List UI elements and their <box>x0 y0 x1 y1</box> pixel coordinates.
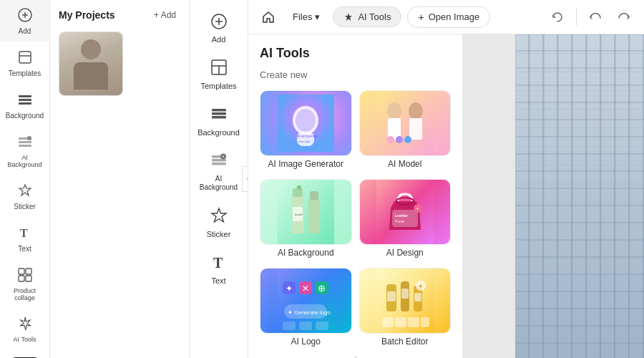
redo-button[interactable] <box>613 6 635 29</box>
svg-text:+: + <box>419 282 423 290</box>
batch-editor-visual: + <box>359 268 452 334</box>
product-collage-icon <box>17 267 33 285</box>
panel-subtitle: Create new <box>260 69 451 80</box>
batch-editor-card[interactable]: + Batch Editor <box>359 268 452 349</box>
collapse-sidebar-button[interactable] <box>242 166 248 192</box>
svg-rect-16 <box>26 276 31 281</box>
ai-tools-header-button[interactable]: AI Tools <box>333 6 401 27</box>
sidebar-ai-bg-label: AIBackground <box>7 154 42 168</box>
second-sidebar-templates[interactable]: Templates <box>190 51 248 97</box>
refresh-icon <box>551 11 564 24</box>
open-image-label: Open Image <box>429 11 480 22</box>
ai-tools-header-icon <box>343 12 353 22</box>
ai-model-card[interactable]: AI Model <box>359 90 452 172</box>
batch-editor-thumbnail: + <box>360 268 451 333</box>
second-sidebar-text[interactable]: T Text <box>190 246 248 292</box>
svg-point-38 <box>387 102 401 120</box>
second-sidebar-sticker[interactable]: Sticker <box>190 199 248 246</box>
svg-text:T: T <box>20 227 28 239</box>
ai-design-visual: Leather Purse + <box>359 179 452 245</box>
svg-rect-37 <box>376 91 434 155</box>
sidebar-item-background[interactable]: Background <box>0 84 49 127</box>
refresh-button[interactable] <box>546 6 569 29</box>
ai-image-generator-thumbnail: AI-enhanced new style <box>260 91 351 155</box>
add-project-label: + Add <box>154 10 176 20</box>
sidebar-item-sticker[interactable]: Sticker <box>0 175 49 218</box>
sidebar-item-upload[interactable]: Upload <box>0 350 49 358</box>
ai-image-generator-label: AI Image Generator <box>260 156 352 172</box>
second-background-label: Background <box>197 128 240 137</box>
canvas-area <box>463 34 644 358</box>
svg-rect-7 <box>19 102 31 105</box>
svg-text:Purse: Purse <box>395 219 404 223</box>
svg-point-11 <box>27 136 31 140</box>
sidebar-product-label: Productcollage <box>14 287 36 301</box>
second-sidebar: Add Templates Background <box>190 0 248 358</box>
second-sidebar-background[interactable]: Background <box>190 97 248 144</box>
svg-text:Leather: Leather <box>395 213 408 218</box>
svg-text:AI-enhanced: AI-enhanced <box>297 134 318 138</box>
svg-text:✕: ✕ <box>302 284 309 294</box>
left-sidebar: Add Templates Background <box>0 0 50 358</box>
building-image <box>515 34 644 358</box>
second-sidebar-add[interactable]: Add <box>190 6 248 51</box>
svg-rect-14 <box>26 268 31 274</box>
batch-editor-label: Batch Editor <box>359 334 452 349</box>
svg-rect-77 <box>401 289 409 299</box>
sidebar-item-product-collage[interactable]: Productcollage <box>0 260 49 309</box>
svg-rect-83 <box>408 317 419 327</box>
svg-rect-45 <box>277 180 334 244</box>
ai-background-label: AI Background <box>260 245 352 261</box>
batch-svg: + <box>376 268 434 333</box>
home-button[interactable] <box>257 6 280 29</box>
sticker-icon <box>17 183 33 200</box>
svg-text:✦ Generate logo: ✦ Generate logo <box>288 309 331 316</box>
text-icon: T <box>17 225 33 243</box>
templates-icon <box>17 49 33 67</box>
redo-icon <box>618 11 630 24</box>
top-header: Files ▾ AI Tools + Open Image <box>248 0 644 34</box>
sidebar-item-ai-tools[interactable]: AI Tools <box>0 309 49 350</box>
svg-text:+: + <box>416 205 419 212</box>
header-actions <box>546 6 635 29</box>
ai-design-card[interactable]: Leather Purse + AI Design <box>359 179 452 261</box>
sidebar-item-text[interactable]: T Text <box>0 218 49 260</box>
app-layout: Add Templates Background <box>0 0 644 358</box>
sidebar-add-label: Add <box>19 27 31 35</box>
my-projects-header: My Projects + Add <box>50 0 189 29</box>
undo-button[interactable] <box>584 6 607 29</box>
second-ai-background-icon <box>210 151 228 173</box>
files-button[interactable]: Files ▾ <box>286 7 327 26</box>
second-background-icon <box>210 105 228 126</box>
ai-logo-card[interactable]: ✦ ✕ ⊕ ✦ Generate logo <box>260 268 352 349</box>
ai-image-generator-visual: AI-enhanced new style <box>260 90 352 156</box>
add-project-button[interactable]: + Add <box>150 7 180 23</box>
second-sidebar-ai-background[interactable]: AIBackground <box>190 144 248 199</box>
sidebar-item-ai-background[interactable]: AIBackground <box>0 127 49 175</box>
undo-icon <box>589 11 602 24</box>
sidebar-item-add[interactable]: Add <box>0 0 49 42</box>
svg-rect-70 <box>299 321 312 330</box>
project-thumbnail[interactable] <box>59 32 123 96</box>
sidebar-background-label: Background <box>6 112 44 120</box>
svg-rect-48 <box>297 185 301 190</box>
svg-point-42 <box>387 136 394 143</box>
ai-logo-label: AI Logo <box>260 334 352 349</box>
ai-image-generator-card[interactable]: AI-enhanced new style AI Image Generator <box>260 90 352 172</box>
svg-text:⊕: ⊕ <box>318 283 326 294</box>
content-area: AI Tools Create new <box>248 34 644 358</box>
svg-rect-82 <box>395 317 406 327</box>
svg-rect-84 <box>421 317 429 327</box>
bg-svg: brand <box>277 180 334 244</box>
svg-rect-81 <box>382 317 394 327</box>
sidebar-item-templates[interactable]: Templates <box>0 42 49 84</box>
svg-rect-10 <box>19 145 31 147</box>
open-image-button[interactable]: + Open Image <box>407 6 490 28</box>
ai-background-card[interactable]: brand AI Background <box>260 179 352 261</box>
svg-rect-15 <box>19 276 24 281</box>
svg-point-40 <box>409 102 423 120</box>
files-chevron-icon: ▾ <box>315 11 320 22</box>
svg-point-33 <box>296 109 316 132</box>
svg-text:new style: new style <box>298 140 311 143</box>
ai-model-visual <box>359 90 452 156</box>
